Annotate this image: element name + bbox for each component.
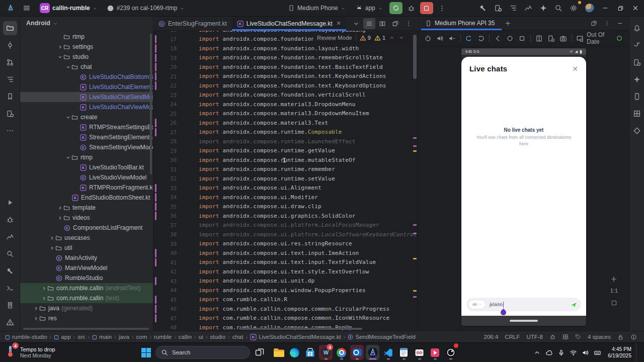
build-icon[interactable] bbox=[476, 2, 490, 14]
zoom-in-button[interactable] bbox=[610, 274, 617, 283]
taskbar-app-outlook[interactable] bbox=[350, 345, 364, 360]
editor-horizontal-scrollbar[interactable] bbox=[239, 328, 362, 330]
caret-position-widget[interactable]: 206:4 bbox=[484, 334, 499, 340]
taskbar-search[interactable]: Search bbox=[155, 346, 250, 359]
project-tree-item-rtmp[interactable]: rtmp bbox=[20, 152, 153, 162]
taskbar-app-obs[interactable] bbox=[444, 345, 457, 360]
rotate-left-icon[interactable] bbox=[463, 32, 474, 44]
project-tree-item-rumblestudio[interactable]: CRumbleStudio bbox=[20, 273, 153, 283]
project-tree-item-mainviewmodel[interactable]: CMainViewModel bbox=[20, 263, 153, 273]
settings-icon[interactable] bbox=[567, 2, 581, 14]
tool-window-layout-inspector-icon[interactable] bbox=[630, 107, 644, 121]
code-line-38[interactable]: 38import androidx.compose.ui.platform.Lo… bbox=[153, 230, 412, 239]
project-tree-item-template[interactable]: template bbox=[20, 203, 153, 213]
device-settings-icon[interactable] bbox=[545, 32, 556, 44]
project-tree-item-com-rumble-callin[interactable]: com.rumble.callin(androidTest) bbox=[20, 283, 153, 293]
code-line-47[interactable]: 47import com.rumble.callin.compose.commo… bbox=[153, 314, 412, 323]
labels-icon[interactable] bbox=[575, 334, 581, 340]
tool-window-commit-icon[interactable] bbox=[3, 38, 17, 52]
editor-error-stripe[interactable] bbox=[412, 31, 418, 331]
taskbar-app-vscode[interactable] bbox=[381, 345, 395, 360]
breadcrumb-item-livestudiochatsendmessage-kt[interactable]: KLiveStudioChatSendMessage.kt bbox=[250, 333, 341, 340]
breadcrumb-item-sendmessagetextfield[interactable]: SendMessageTextField bbox=[348, 334, 416, 340]
tool-window-run-icon[interactable] bbox=[3, 196, 17, 210]
hide-panel-button[interactable] bbox=[614, 18, 626, 29]
code-line-39[interactable]: 39import androidx.compose.ui.res.stringR… bbox=[153, 239, 412, 249]
overview-icon[interactable] bbox=[517, 32, 528, 44]
breadcrumb-item-main[interactable]: main bbox=[92, 334, 112, 340]
code-line-31[interactable]: 31import androidx.compose.runtime.rememb… bbox=[153, 165, 412, 174]
project-tree-item-livestudioviewmodel[interactable]: CLiveStudioViewModel bbox=[20, 172, 153, 183]
back-icon[interactable] bbox=[492, 32, 503, 44]
project-tree-item-livestudiochatelements-k[interactable]: KLiveStudioChatElements.k bbox=[20, 82, 153, 92]
code-line-40[interactable]: 40import androidx.compose.ui.text.input.… bbox=[153, 248, 412, 258]
project-tree-item-streamsettingelements-kt[interactable]: KStreamSettingElements.kt bbox=[20, 132, 153, 142]
vcs-branch-widget[interactable]: #239 on cal-1069-rtmp bbox=[103, 2, 189, 14]
send-message-button[interactable] bbox=[571, 300, 577, 309]
tool-window-profiler-icon[interactable] bbox=[3, 230, 17, 244]
code-line-34[interactable]: 34import androidx.compose.ui.Modifier bbox=[153, 193, 412, 202]
taskbar-app-file-explorer[interactable] bbox=[272, 345, 286, 360]
code-line-41[interactable]: 41import androidx.compose.ui.text.input.… bbox=[153, 258, 412, 267]
project-tree-item-studio[interactable]: studio bbox=[20, 52, 153, 62]
project-tree-item-streamsettingviewmodel[interactable]: CStreamSettingViewModel bbox=[20, 142, 153, 152]
rotate-right-icon[interactable] bbox=[475, 32, 487, 44]
onedrive-icon[interactable] bbox=[545, 348, 553, 357]
debug-app-button[interactable] bbox=[406, 2, 417, 14]
code-line-44[interactable]: 44import androidx.compose.ui.window.Popu… bbox=[153, 286, 412, 295]
code-line-22[interactable]: 22import androidx.compose.foundation.tex… bbox=[153, 81, 412, 90]
editor-vertical-scrollbar[interactable] bbox=[413, 35, 417, 79]
code-line-18[interactable]: 18import androidx.compose.foundation.lay… bbox=[153, 44, 412, 53]
close-tab-icon[interactable]: ✕ bbox=[337, 20, 341, 27]
review-mode-widget[interactable]: Review Mode 9 1 bbox=[313, 33, 409, 42]
next-problem-icon[interactable] bbox=[398, 35, 405, 41]
touch-keyboard-icon[interactable] bbox=[594, 348, 601, 357]
gemini-icon[interactable] bbox=[536, 2, 550, 14]
chevron-collapsed-icon[interactable] bbox=[56, 216, 63, 220]
chevron-collapsed-icon[interactable] bbox=[40, 296, 47, 301]
taskbar-app-media-player[interactable] bbox=[428, 345, 442, 360]
project-tree-item-settings[interactable]: settings bbox=[20, 42, 153, 52]
project-tree-item-chat[interactable]: chat bbox=[20, 62, 153, 72]
tool-window-project-icon[interactable] bbox=[3, 21, 17, 35]
chevron-expanded-icon[interactable] bbox=[64, 115, 71, 120]
chevron-collapsed-icon[interactable] bbox=[48, 236, 55, 240]
breadcrumb-item-studio[interactable]: studio bbox=[210, 334, 225, 340]
gesture-pill[interactable] bbox=[510, 320, 538, 322]
device-selector[interactable]: Medium Phone bbox=[284, 2, 349, 14]
project-tree-item-livestudiotoolbar-kt[interactable]: KLiveStudioToolBar.kt bbox=[20, 162, 153, 172]
device-manager-icon[interactable] bbox=[491, 2, 505, 14]
tool-window-gradle-icon[interactable] bbox=[630, 38, 644, 52]
tool-window-logcat-icon[interactable] bbox=[3, 298, 17, 312]
module-selector[interactable]: app bbox=[352, 2, 386, 14]
ai-assistant-icon[interactable] bbox=[549, 334, 556, 340]
options-kebab[interactable] bbox=[601, 18, 613, 29]
project-tree-item-rtmp[interactable]: rtmp bbox=[20, 32, 153, 42]
project-tree-item-rtmproomfragment-kt[interactable]: KRTMPRoomFragment.kt bbox=[20, 183, 153, 193]
code-line-36[interactable]: 36import androidx.compose.ui.graphics.So… bbox=[153, 211, 412, 221]
power-icon[interactable] bbox=[422, 32, 433, 44]
fold-icon[interactable] bbox=[533, 32, 544, 44]
microphone-icon[interactable] bbox=[557, 348, 565, 357]
weather-widget[interactable]: 4 Temps to drop Next Monday bbox=[0, 345, 131, 360]
project-tree-item-java[interactable]: java(generated) bbox=[20, 303, 153, 313]
tool-window-more-icon[interactable] bbox=[3, 124, 17, 138]
project-widget[interactable]: CR callin-rumble bbox=[36, 2, 101, 14]
code-line-24[interactable]: 24import androidx.compose.material3.Drop… bbox=[153, 100, 412, 109]
previous-problem-icon[interactable] bbox=[389, 35, 395, 41]
tool-window-bookmarks-icon[interactable] bbox=[3, 89, 17, 104]
window-close-button[interactable] bbox=[628, 0, 643, 17]
message-input[interactable]: All jkhkhh bbox=[466, 298, 581, 311]
breadcrumb-item-app[interactable]: app bbox=[54, 334, 70, 340]
taskbar-app-edge[interactable] bbox=[288, 345, 301, 360]
chevron-collapsed-icon[interactable] bbox=[32, 306, 39, 311]
code-line-25[interactable]: 25import androidx.compose.material3.Drop… bbox=[153, 109, 412, 119]
chevron-expanded-icon[interactable] bbox=[64, 65, 71, 69]
volume-up-icon[interactable] bbox=[434, 32, 445, 44]
project-tree-item-create[interactable]: create bbox=[20, 112, 153, 122]
float-window-icon[interactable] bbox=[588, 18, 600, 29]
taskbar-app-webex[interactable]: W4 bbox=[319, 345, 333, 360]
project-tree-item-com-rumble-callin[interactable]: com.rumble.callin(test) bbox=[20, 293, 153, 303]
main-menu-button[interactable] bbox=[19, 2, 34, 14]
window-restore-button[interactable] bbox=[613, 0, 628, 17]
